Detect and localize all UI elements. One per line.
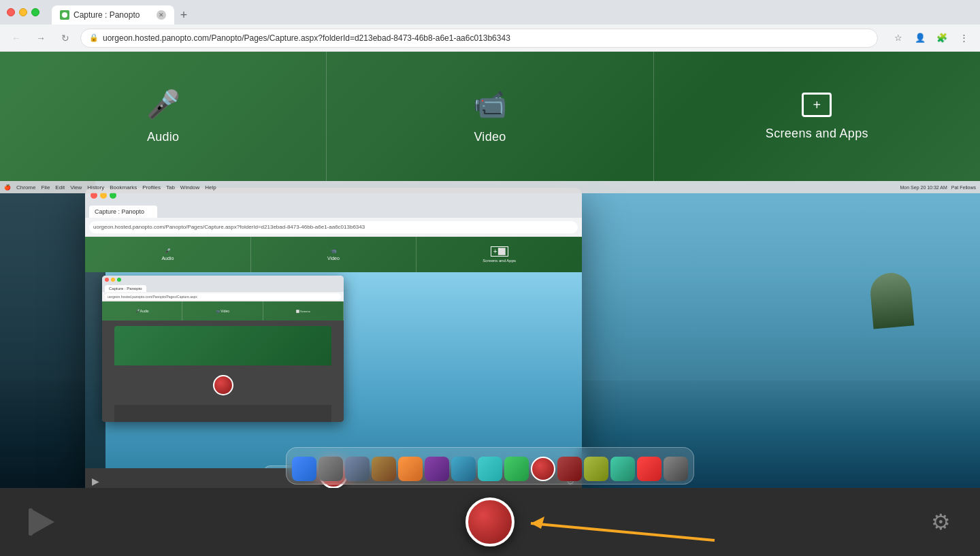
svg-marker-3 bbox=[531, 517, 544, 529]
screens-tab[interactable]: Screens and Apps bbox=[654, 52, 980, 181]
deep-nested-video-tab: 📹 Video bbox=[182, 301, 263, 321]
tab-close-button[interactable]: ✕ bbox=[157, 10, 166, 20]
nested-video-icon: 📹 bbox=[331, 248, 337, 254]
nested-screens-tab: +⬜ Screens and Apps bbox=[416, 237, 582, 272]
nested-tab: Capture : Panopto bbox=[89, 206, 157, 218]
deep-close bbox=[105, 278, 109, 282]
minimize-button[interactable] bbox=[19, 8, 27, 16]
back-button[interactable]: ← bbox=[7, 29, 26, 48]
video-tab[interactable]: 📹 Video bbox=[327, 52, 653, 181]
deep-nested-tab-strip: Capture : Panopto bbox=[102, 284, 344, 292]
browser-actions: ☆ 👤 🧩 ⋮ bbox=[889, 29, 973, 48]
edit-menu[interactable]: Edit bbox=[55, 184, 65, 191]
camera-icon: 📹 bbox=[473, 88, 507, 120]
deep-nested-content: 🎤 Audio 📹 Video ⬜ Screens bbox=[102, 301, 344, 422]
deep-nested-nav: uorgeon.hosted.panopto.com/Panopto/Pages… bbox=[102, 292, 344, 301]
window-menu[interactable]: Window bbox=[180, 184, 199, 191]
profiles-menu[interactable]: Profiles bbox=[142, 184, 161, 191]
deep-nested-screens-tab: ⬜ Screens bbox=[263, 301, 344, 321]
view-menu[interactable]: View bbox=[70, 184, 82, 191]
nested-audio-label: Audio bbox=[161, 256, 174, 261]
nested-screens-icon: +⬜ bbox=[491, 246, 508, 257]
settings-button[interactable]: ⚙ bbox=[921, 503, 960, 541]
mac-menubar: 🍎 Chrome File Edit View History Bookmark… bbox=[0, 181, 980, 193]
deep-screens-label: ⬜ Screens bbox=[296, 310, 310, 313]
dock-icon-14 bbox=[637, 457, 662, 481]
main-record-button[interactable] bbox=[466, 497, 514, 546]
nested-tab-strip: Capture : Panopto bbox=[85, 203, 582, 218]
history-menu[interactable]: History bbox=[87, 184, 104, 191]
nested-audio-tab: 🎤 Audio bbox=[85, 237, 251, 272]
tab-favicon bbox=[60, 10, 69, 20]
screens-icon bbox=[802, 93, 832, 117]
dock-icon-6 bbox=[425, 457, 449, 481]
new-tab-button[interactable]: + bbox=[174, 5, 193, 24]
apple-menu-icon[interactable]: 🍎 bbox=[4, 184, 11, 191]
nested-nav-bar: uorgeon.hosted.panopto.com/Panopto/Pages… bbox=[85, 218, 582, 237]
panopto-header: 🎤 Audio 📹 Video Screens and Apps bbox=[0, 52, 980, 181]
nested-video-tab: 📹 Video bbox=[251, 237, 417, 272]
deep-nested-url: uorgeon.hosted.panopto.com/Panopto/Pages… bbox=[108, 295, 197, 299]
menubar-user: Pat Fellows bbox=[951, 185, 976, 190]
nested-url: uorgeon.hosted.panopto.com/Panopto/Pages… bbox=[93, 224, 365, 230]
panopto-main: 🍎 Chrome File Edit View History Bookmark… bbox=[0, 181, 980, 488]
deep-nested-browser: Capture : Panopto uorgeon.hosted.panopto… bbox=[102, 276, 344, 422]
nested-play-icon: ▶ bbox=[92, 476, 99, 487]
innermost-controls bbox=[114, 405, 332, 422]
nested-tab-label: Capture : Panopto bbox=[95, 208, 144, 215]
arrow-annotation bbox=[510, 503, 728, 551]
nested-screens-label: Screens and Apps bbox=[483, 259, 516, 263]
panopto-app: 🎤 Audio 📹 Video Screens and Apps bbox=[0, 52, 980, 556]
tab-bar: Capture : Panopto ✕ + bbox=[52, 0, 193, 24]
panopto-logo-button[interactable] bbox=[20, 500, 64, 544]
deep-nested-screenshot bbox=[102, 321, 344, 422]
screens-tab-label: Screens and Apps bbox=[766, 127, 868, 141]
bookmarks-menu[interactable]: Bookmarks bbox=[110, 184, 137, 191]
nested-panopto-header: 🎤 Audio 📹 Video +⬜ Screens and Apps bbox=[85, 237, 582, 272]
nested-address-bar: uorgeon.hosted.panopto.com/Panopto/Pages… bbox=[89, 221, 578, 233]
deep-nested-panopto-header: 🎤 Audio 📹 Video ⬜ Screens bbox=[102, 301, 344, 321]
deep-video-label: 📹 Video bbox=[216, 309, 229, 313]
dock-icon-9 bbox=[504, 457, 529, 481]
audio-tab-label: Audio bbox=[147, 130, 180, 144]
menubar-datetime: Mon Sep 20 10:32 AM bbox=[900, 185, 947, 190]
browser-frame: Capture : Panopto ✕ + ← → ↻ 🔒 uorgeon.ho… bbox=[0, 0, 980, 556]
tab-menu[interactable]: Tab bbox=[166, 184, 175, 191]
deep-audio-label: 🎤 Audio bbox=[135, 309, 149, 313]
panopto-bottom-bar: ⚙ bbox=[0, 488, 980, 556]
reload-button[interactable]: ↻ bbox=[56, 29, 75, 48]
file-menu[interactable]: File bbox=[41, 184, 50, 191]
desktop-sidebar-overlay bbox=[0, 181, 95, 488]
close-button[interactable] bbox=[7, 8, 15, 16]
nested-browser-window: Capture : Panopto uorgeon.hosted.panopto… bbox=[85, 188, 582, 488]
lock-icon: 🔒 bbox=[89, 33, 99, 42]
nested-video-label: Video bbox=[327, 256, 340, 261]
bookmark-button[interactable]: ☆ bbox=[889, 29, 908, 48]
extensions-button[interactable]: 🧩 bbox=[932, 29, 951, 48]
chrome-menu[interactable]: Chrome bbox=[16, 184, 35, 191]
navigation-bar: ← → ↻ 🔒 uorgeon.hosted.panopto.com/Panop… bbox=[0, 24, 980, 52]
svg-line-2 bbox=[531, 523, 715, 540]
microphone-icon: 🎤 bbox=[146, 88, 180, 120]
video-tab-label: Video bbox=[474, 130, 506, 144]
maximize-button[interactable] bbox=[31, 8, 39, 16]
forward-button[interactable]: → bbox=[31, 29, 50, 48]
deep-nested-audio-tab: 🎤 Audio bbox=[102, 301, 182, 321]
audio-tab[interactable]: 🎤 Audio bbox=[0, 52, 327, 181]
deep-nested-address: uorgeon.hosted.panopto.com/Panopto/Pages… bbox=[105, 293, 341, 300]
help-menu[interactable]: Help bbox=[205, 184, 216, 191]
address-bar[interactable]: 🔒 uorgeon.hosted.panopto.com/Panopto/Pag… bbox=[80, 29, 878, 48]
dock-icon-4 bbox=[372, 457, 396, 481]
profile-button[interactable]: 👤 bbox=[911, 29, 930, 48]
svg-marker-0 bbox=[33, 510, 54, 534]
deep-minimize bbox=[111, 278, 115, 282]
svg-rect-1 bbox=[29, 508, 33, 536]
dock-icon-13 bbox=[610, 457, 635, 481]
dock-icon-5 bbox=[398, 457, 423, 481]
deep-nested-titlebar bbox=[102, 276, 344, 284]
panopto-logo-icon bbox=[23, 503, 61, 541]
menu-button[interactable]: ⋮ bbox=[954, 29, 973, 48]
browser-tab[interactable]: Capture : Panopto ✕ bbox=[52, 5, 174, 24]
tab-favicon-inner bbox=[62, 12, 67, 18]
dock-icon-11 bbox=[557, 457, 582, 481]
